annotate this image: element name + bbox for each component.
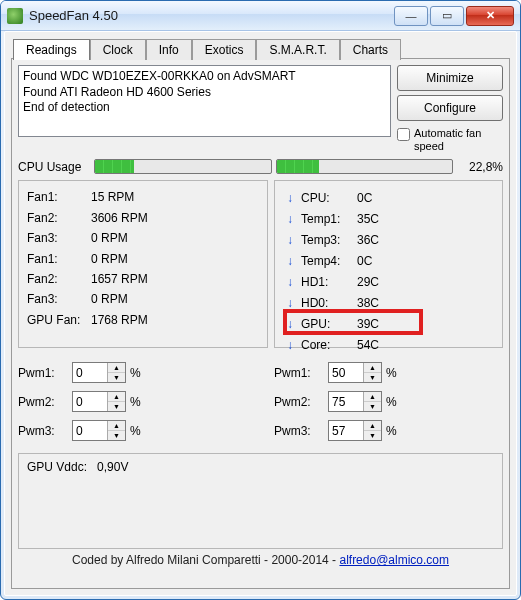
footer-email-link[interactable]: alfredo@almico.com <box>339 553 449 567</box>
tab-smart[interactable]: S.M.A.R.T. <box>256 39 339 60</box>
pwm-label: Pwm2: <box>274 395 324 409</box>
cpu-usage-value: 22,8% <box>457 160 503 174</box>
temp-row: ↓CPU:0C <box>283 187 494 208</box>
pwm-spinner[interactable]: ▲▼ <box>72 362 126 383</box>
fan-value: 0 RPM <box>91 289 128 309</box>
fan-label: Fan2: <box>27 269 91 289</box>
spin-up-icon[interactable]: ▲ <box>108 392 125 402</box>
pwm-row: Pwm1:▲▼ % <box>274 362 503 383</box>
down-arrow-icon: ↓ <box>283 230 297 250</box>
client-area: ReadingsClockInfoExoticsS.M.A.R.T.Charts… <box>4 31 517 596</box>
temp-label: Temp4: <box>301 251 353 271</box>
fan-row: Fan2:3606 RPM <box>27 208 259 228</box>
pwm-input[interactable] <box>329 363 363 382</box>
temp-row: ↓Temp1:35C <box>283 208 494 229</box>
pwm-label: Pwm3: <box>18 424 68 438</box>
temp-row: ↓Temp3:36C <box>283 229 494 250</box>
pwm-unit: % <box>386 424 397 438</box>
gpu-vddc-label: GPU Vddc: <box>27 460 87 474</box>
down-arrow-icon: ↓ <box>283 251 297 271</box>
pwm-input[interactable] <box>329 392 363 411</box>
down-arrow-icon: ↓ <box>283 335 297 355</box>
pwm-unit: % <box>130 424 141 438</box>
spin-down-icon[interactable]: ▼ <box>108 402 125 411</box>
spin-up-icon[interactable]: ▲ <box>364 363 381 373</box>
pwm-row: Pwm1:▲▼ % <box>18 362 268 383</box>
pwm-input[interactable] <box>73 421 107 440</box>
fan-label: Fan1: <box>27 249 91 269</box>
fan-value: 3606 RPM <box>91 208 148 228</box>
auto-fan-speed-row[interactable]: Automatic fan speed <box>397 125 503 153</box>
pwm-spinner[interactable]: ▲▼ <box>328 420 382 441</box>
fan-value: 15 RPM <box>91 187 134 207</box>
tab-info[interactable]: Info <box>146 39 192 60</box>
log-line: Found ATI Radeon HD 4600 Series <box>23 85 386 101</box>
pwm-unit: % <box>130 366 141 380</box>
tab-readings[interactable]: Readings <box>13 39 90 60</box>
pwm-left-column: Pwm1:▲▼ %Pwm2:▲▼ %Pwm3:▲▼ % <box>18 362 268 441</box>
tab-charts[interactable]: Charts <box>340 39 401 60</box>
tab-exotics[interactable]: Exotics <box>192 39 257 60</box>
app-icon <box>7 8 23 24</box>
spin-down-icon[interactable]: ▼ <box>108 431 125 440</box>
window-title: SpeedFan 4.50 <box>29 8 394 23</box>
minimize-window-button[interactable]: — <box>394 6 428 26</box>
spin-down-icon[interactable]: ▼ <box>364 373 381 382</box>
cpu-bar-1 <box>94 159 272 174</box>
temp-value: 0C <box>357 251 372 271</box>
fan-value: 0 RPM <box>91 228 128 248</box>
pwm-label: Pwm1: <box>18 366 68 380</box>
pwm-input[interactable] <box>73 363 107 382</box>
detection-log[interactable]: Found WDC WD10EZEX-00RKKA0 on AdvSMARTFo… <box>18 65 391 137</box>
maximize-window-button[interactable]: ▭ <box>430 6 464 26</box>
pwm-spinner[interactable]: ▲▼ <box>72 420 126 441</box>
pwm-spinner[interactable]: ▲▼ <box>328 391 382 412</box>
temp-label: HD1: <box>301 272 353 292</box>
temp-value: 38C <box>357 293 379 313</box>
spin-down-icon[interactable]: ▼ <box>364 402 381 411</box>
temp-value: 39C <box>357 314 379 334</box>
pwm-unit: % <box>386 395 397 409</box>
close-window-button[interactable]: ✕ <box>466 6 514 26</box>
minimize-button[interactable]: Minimize <box>397 65 503 91</box>
spin-up-icon[interactable]: ▲ <box>364 421 381 431</box>
down-arrow-icon: ↓ <box>283 188 297 208</box>
temp-value: 36C <box>357 230 379 250</box>
temp-value: 29C <box>357 272 379 292</box>
cpu-usage-label: CPU Usage <box>18 160 90 174</box>
configure-button[interactable]: Configure <box>397 95 503 121</box>
fan-row: Fan1:15 RPM <box>27 187 259 207</box>
pwm-label: Pwm2: <box>18 395 68 409</box>
fan-label: Fan3: <box>27 228 91 248</box>
pwm-spinner[interactable]: ▲▼ <box>328 362 382 383</box>
tab-clock[interactable]: Clock <box>90 39 146 60</box>
auto-fan-speed-checkbox[interactable] <box>397 128 410 141</box>
pwm-label: Pwm3: <box>274 424 324 438</box>
pwm-input[interactable] <box>329 421 363 440</box>
temp-label: Temp1: <box>301 209 353 229</box>
temp-label: Core: <box>301 335 353 355</box>
spin-up-icon[interactable]: ▲ <box>364 392 381 402</box>
spin-up-icon[interactable]: ▲ <box>108 363 125 373</box>
pwm-row: Pwm3:▲▼ % <box>18 420 268 441</box>
titlebar[interactable]: SpeedFan 4.50 — ▭ ✕ <box>1 1 520 31</box>
temp-row: ↓HD1:29C <box>283 271 494 292</box>
spin-down-icon[interactable]: ▼ <box>108 373 125 382</box>
spin-up-icon[interactable]: ▲ <box>108 421 125 431</box>
down-arrow-icon: ↓ <box>283 272 297 292</box>
window-controls: — ▭ ✕ <box>394 6 514 26</box>
pwm-input[interactable] <box>73 392 107 411</box>
pwm-row: Pwm3:▲▼ % <box>274 420 503 441</box>
down-arrow-icon: ↓ <box>283 314 297 334</box>
fan-value: 1768 RPM <box>91 310 148 330</box>
tab-readings: Found WDC WD10EZEX-00RKKA0 on AdvSMARTFo… <box>11 58 510 589</box>
cpu-bar-2 <box>276 159 454 174</box>
fan-row: GPU Fan:1768 RPM <box>27 310 259 330</box>
gpu-vddc-value: 0,90V <box>97 460 128 474</box>
spin-down-icon[interactable]: ▼ <box>364 431 381 440</box>
temp-row: ↓HD0:38C <box>283 292 494 313</box>
fan-row: Fan2:1657 RPM <box>27 269 259 289</box>
pwm-spinner[interactable]: ▲▼ <box>72 391 126 412</box>
fan-panel: Fan1:15 RPMFan2:3606 RPMFan3:0 RPMFan1:0… <box>18 180 268 348</box>
temp-label: Temp3: <box>301 230 353 250</box>
